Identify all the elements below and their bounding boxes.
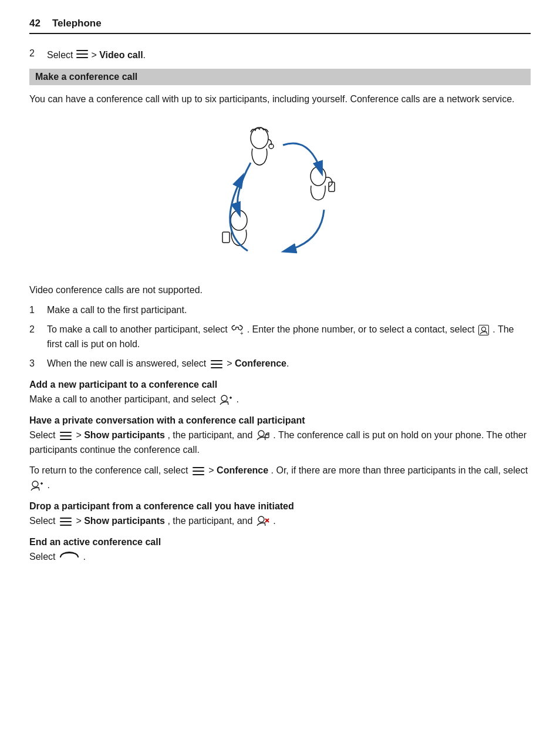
svg-rect-1 [76, 53, 88, 55]
end-conference-text: Select . [29, 550, 531, 565]
page-header: 42 Telephone [29, 18, 531, 34]
contact-icon [477, 325, 490, 335]
svg-rect-22 [193, 467, 204, 468]
svg-rect-23 [193, 471, 204, 472]
private-icon [255, 430, 271, 441]
svg-rect-18 [60, 435, 72, 436]
private-conversation-heading: Have a private conversation with a confe… [29, 415, 531, 426]
step-number: 2 [29, 48, 47, 59]
svg-rect-13 [211, 367, 222, 368]
drop-participant-heading: Drop a participant from a conference cal… [29, 501, 531, 512]
select-label: Select [47, 50, 73, 60]
svg-point-20 [258, 431, 264, 436]
svg-point-10 [481, 327, 485, 331]
step-2: 2 To make a call to another participant,… [29, 323, 531, 352]
svg-point-3 [251, 127, 268, 149]
make-conference-call-header: Make a conference call [29, 69, 531, 85]
svg-rect-29 [60, 521, 72, 522]
arrow: > [91, 50, 96, 60]
page-number: 42 [29, 18, 41, 29]
step-3-content: When the new call is answered, select > … [47, 357, 289, 371]
step-1-num: 1 [29, 303, 47, 318]
end-conference-section: End an active conference call Select . [29, 537, 531, 565]
phone-add-icon: + [230, 325, 244, 335]
svg-point-5 [311, 167, 326, 186]
drop-participant-section: Drop a participant from a conference cal… [29, 501, 531, 529]
add-participant-section: Add a new participant to a conference ca… [29, 379, 531, 407]
page-title: Telephone [52, 18, 102, 29]
conference-option: Conference [235, 358, 286, 368]
step-1: 1 Make a call to the first participant. [29, 303, 531, 318]
svg-rect-21 [265, 435, 269, 438]
step-2-num: 2 [29, 323, 47, 337]
step2-video-call: 2 Select > Video call. [29, 48, 531, 63]
step-3-num: 3 [29, 357, 47, 371]
svg-rect-30 [60, 525, 72, 526]
menu-icon-step3 [210, 357, 224, 371]
private-conversation-text1: Select > Show participants , the partici… [29, 428, 531, 458]
menu-icon-drop [59, 514, 73, 529]
svg-rect-2 [76, 57, 88, 58]
svg-rect-19 [60, 439, 72, 440]
show-participants-option: Show participants [84, 430, 165, 440]
end-conference-heading: End an active conference call [29, 537, 531, 547]
intro-text: You can have a conference call with up t… [29, 92, 531, 107]
conference-svg [192, 119, 368, 271]
video-call-option: Video call [99, 50, 143, 60]
step-1-text: Make a call to the first participant. [47, 303, 187, 318]
menu-icon-return [191, 463, 205, 478]
svg-point-7 [231, 210, 247, 230]
menu-icon-private [59, 428, 73, 443]
show-participants-drop-option: Show participants [84, 516, 165, 526]
drop-icon [255, 516, 271, 526]
end-call-icon [58, 552, 80, 563]
svg-rect-28 [60, 518, 72, 519]
private-conversation-text2: To return to the conference call, select… [29, 463, 531, 493]
svg-point-31 [258, 516, 264, 522]
svg-point-14 [221, 395, 227, 401]
add-participant-text: Make a call to another participant, and … [29, 392, 531, 407]
svg-rect-0 [76, 50, 88, 51]
menu-icon [76, 49, 88, 63]
step-3: 3 When the new call is answered, select … [29, 357, 531, 371]
add-participant-icon [218, 395, 234, 405]
private-conversation-section: Have a private conversation with a confe… [29, 415, 531, 493]
conference-return-option: Conference [217, 465, 268, 475]
add-participant-icon-2 [29, 481, 45, 491]
svg-rect-8 [222, 232, 230, 243]
svg-point-25 [32, 481, 38, 487]
conference-illustration [29, 119, 531, 271]
video-not-supported: Video conference calls are not supported… [29, 283, 531, 298]
svg-text:+: + [240, 330, 243, 335]
drop-participant-text: Select > Show participants , the partici… [29, 514, 531, 529]
step2-content: Select > Video call. [47, 48, 531, 63]
svg-rect-11 [211, 360, 222, 361]
svg-rect-12 [211, 364, 222, 365]
conference-steps: 1 Make a call to the first participant. … [29, 303, 531, 371]
svg-rect-17 [60, 432, 72, 433]
step-2-content: To make a call to another participant, s… [47, 323, 531, 352]
svg-rect-24 [193, 474, 204, 475]
page: 42 Telephone 2 Select > Video call. Make… [0, 0, 560, 594]
add-participant-heading: Add a new participant to a conference ca… [29, 379, 531, 390]
